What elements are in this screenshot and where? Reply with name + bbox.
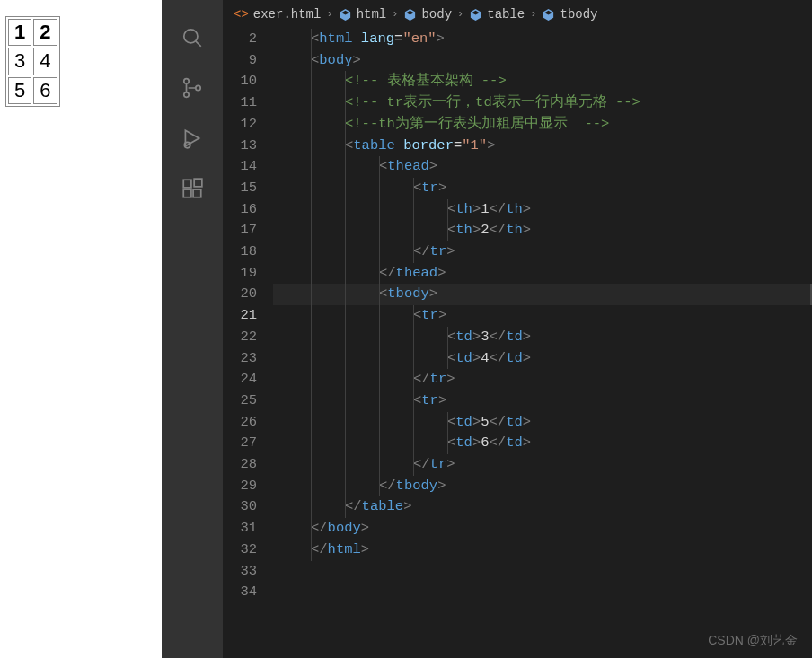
code-content[interactable]: <html lang="en"><body><!-- 表格基本架构 --><!-… <box>273 29 812 658</box>
breadcrumb-segment[interactable]: tbody <box>542 7 597 22</box>
code-line[interactable]: <table border="1"> <box>273 136 812 157</box>
editor-area: <> exer.html › html › body › table › tbo… <box>223 0 812 658</box>
code-line[interactable]: <tbody> <box>273 284 812 305</box>
code-editor[interactable]: 2910111213141516171819202122232425262728… <box>223 29 812 658</box>
source-control-icon[interactable] <box>180 75 205 101</box>
svg-rect-6 <box>183 180 191 188</box>
code-line[interactable]: <td>3</td> <box>273 327 812 348</box>
svg-point-4 <box>196 85 200 90</box>
code-line[interactable]: </tr> <box>273 241 812 263</box>
code-line[interactable]: </tr> <box>273 454 812 476</box>
run-debug-icon[interactable] <box>180 126 205 151</box>
preview-table: 1 2 3 4 5 6 <box>5 16 60 107</box>
breadcrumb-file[interactable]: <> exer.html <box>234 7 321 22</box>
svg-line-1 <box>196 41 201 47</box>
code-line[interactable]: <body> <box>273 50 812 72</box>
chevron-right-icon: › <box>530 8 536 21</box>
extensions-icon[interactable] <box>180 176 205 201</box>
symbol-icon <box>469 7 482 22</box>
preview-th: 2 <box>33 19 57 46</box>
code-line[interactable]: <tr> <box>273 178 812 199</box>
preview-td: 5 <box>8 77 31 104</box>
code-line[interactable]: <thead> <box>273 156 812 178</box>
svg-point-0 <box>184 30 198 43</box>
chevron-right-icon: › <box>392 8 398 21</box>
code-line[interactable]: </tr> <box>273 369 812 390</box>
code-line[interactable]: <tr> <box>273 390 812 412</box>
code-line[interactable]: <!--th为第一行表头加粗居中显示 --> <box>273 114 812 136</box>
code-line[interactable]: </html> <box>273 540 812 561</box>
code-line[interactable]: </tbody> <box>273 476 812 497</box>
code-line[interactable]: <td>6</td> <box>273 433 812 454</box>
code-line[interactable]: </table> <box>273 496 812 518</box>
breadcrumb-file-name: exer.html <box>253 7 322 22</box>
preview-th: 1 <box>8 19 31 46</box>
svg-rect-8 <box>193 189 201 197</box>
svg-rect-7 <box>183 189 191 197</box>
code-line[interactable]: <tr> <box>273 305 812 327</box>
preview-td: 3 <box>8 48 31 75</box>
code-line[interactable]: <th>2</th> <box>273 220 812 241</box>
symbol-icon <box>403 7 417 22</box>
chevron-right-icon: › <box>326 8 332 21</box>
code-line[interactable]: <!-- tr表示一行，td表示一行内单元格 --> <box>273 92 812 114</box>
code-line[interactable]: <!-- 表格基本架构 --> <box>273 71 812 92</box>
code-line[interactable]: <th>1</th> <box>273 199 812 221</box>
preview-td: 6 <box>33 77 57 104</box>
activity-bar <box>162 0 223 658</box>
code-line[interactable]: </thead> <box>273 263 812 285</box>
code-line[interactable]: </body> <box>273 518 812 540</box>
svg-point-3 <box>184 92 189 97</box>
html-file-icon: <> <box>234 7 249 22</box>
line-number-gutter: 2910111213141516171819202122232425262728… <box>223 29 273 658</box>
breadcrumb-segment[interactable]: body <box>403 7 452 22</box>
symbol-icon <box>339 7 352 22</box>
code-line[interactable]: <td>4</td> <box>273 348 812 370</box>
breadcrumb[interactable]: <> exer.html › html › body › table › tbo… <box>223 0 812 29</box>
breadcrumb-segment[interactable]: table <box>469 7 525 22</box>
chevron-right-icon: › <box>457 8 463 21</box>
breadcrumb-segment[interactable]: html <box>339 7 387 22</box>
svg-point-2 <box>184 79 189 83</box>
code-line[interactable]: <html lang="en"> <box>273 29 812 50</box>
search-icon[interactable] <box>180 25 205 50</box>
svg-rect-9 <box>194 179 202 187</box>
watermark: CSDN @刘艺金 <box>708 633 798 649</box>
preview-td: 4 <box>33 48 57 75</box>
code-line[interactable]: <td>5</td> <box>273 412 812 434</box>
html-preview-panel: 1 2 3 4 5 6 <box>0 0 162 658</box>
symbol-icon <box>542 7 555 22</box>
